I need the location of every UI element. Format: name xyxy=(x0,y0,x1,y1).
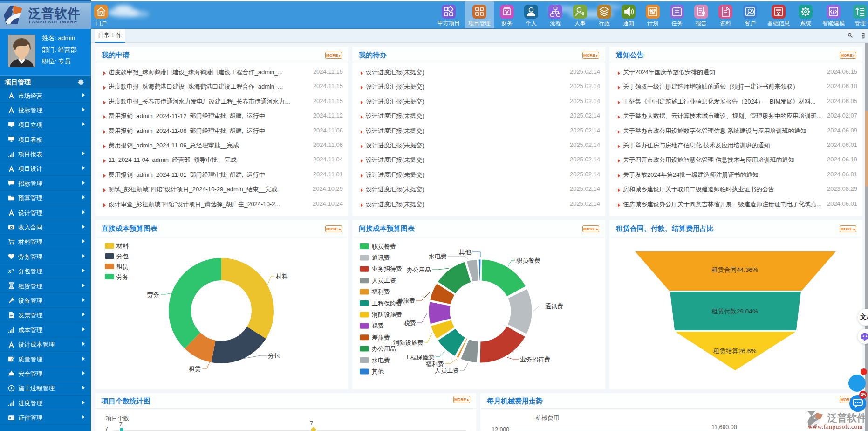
svg-text:通讯费: 通讯费 xyxy=(545,303,563,310)
svg-text:水电费: 水电费 xyxy=(429,253,447,260)
svg-text:办公用品: 办公用品 xyxy=(407,266,431,273)
svg-text:差旅费: 差旅费 xyxy=(372,334,390,341)
svg-text:2: 2 xyxy=(12,268,14,272)
svg-text:税费: 税费 xyxy=(404,320,416,327)
svg-text:x: x xyxy=(8,269,12,274)
svg-text:分包: 分包 xyxy=(268,352,280,359)
svg-text:福利费: 福利费 xyxy=(371,288,390,295)
svg-text:其他: 其他 xyxy=(372,368,384,375)
svg-text:税费: 税费 xyxy=(372,322,384,329)
svg-text:租赁: 租赁 xyxy=(189,365,201,372)
svg-text:人员工资: 人员工资 xyxy=(435,367,459,374)
svg-text:福利费: 福利费 xyxy=(425,361,444,368)
svg-text:泛普软件: 泛普软件 xyxy=(827,412,867,423)
svg-text:通讯费: 通讯费 xyxy=(372,254,390,261)
svg-text:其他: 其他 xyxy=(459,249,472,256)
svg-text:材料: 材料 xyxy=(116,243,129,250)
svg-text:租赁付款29.04%: 租赁付款29.04% xyxy=(711,308,758,315)
svg-text:职员餐费: 职员餐费 xyxy=(516,257,540,264)
svg-text:人员工资: 人员工资 xyxy=(372,277,396,284)
svg-text:消防设施费: 消防设施费 xyxy=(393,339,424,346)
svg-text:劳务: 劳务 xyxy=(147,291,159,298)
svg-text:差旅费: 差旅费 xyxy=(397,297,415,304)
svg-text:租赁合同44.36%: 租赁合同44.36% xyxy=(711,266,758,273)
svg-text:办公用品: 办公用品 xyxy=(372,345,396,352)
svg-text:工程保险费: 工程保险费 xyxy=(404,354,435,361)
svg-text:材料: 材料 xyxy=(275,273,288,280)
svg-text:业务招待费: 业务招待费 xyxy=(520,356,550,363)
svg-text:水电费: 水电费 xyxy=(372,357,390,364)
svg-text:劳务: 劳务 xyxy=(116,273,129,280)
svg-text:业务招待费: 业务招待费 xyxy=(372,265,402,272)
svg-text:租赁结算26.6%: 租赁结算26.6% xyxy=(713,348,756,355)
svg-text:消防设施费: 消防设施费 xyxy=(372,311,402,318)
svg-text:租赁: 租赁 xyxy=(116,263,129,270)
svg-text:分包: 分包 xyxy=(116,253,129,260)
svg-text:职员餐费: 职员餐费 xyxy=(371,243,396,250)
svg-text:www.fanpusoft.com: www.fanpusoft.com xyxy=(808,423,863,430)
